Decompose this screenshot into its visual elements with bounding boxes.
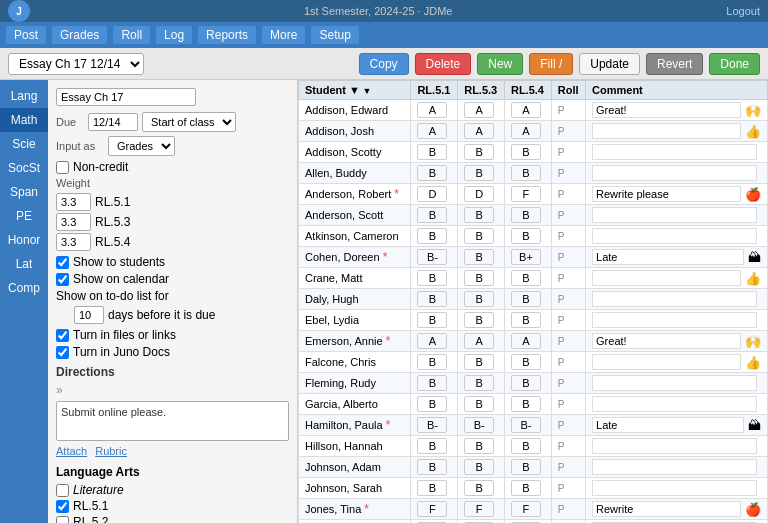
cell-rl54[interactable]	[504, 331, 551, 352]
cell-rl53[interactable]	[458, 310, 505, 331]
todo-days-input[interactable]	[74, 306, 104, 324]
cell-rl54[interactable]	[504, 121, 551, 142]
cell-rl54[interactable]	[504, 247, 551, 268]
cell-rl54[interactable]	[504, 184, 551, 205]
cell-rl51[interactable]	[411, 520, 458, 524]
comment-input[interactable]	[592, 291, 757, 307]
assignment-selector[interactable]: Essay Ch 17 12/14	[8, 53, 144, 75]
turn-files-checkbox[interactable]	[56, 329, 69, 342]
cell-rl54[interactable]	[504, 226, 551, 247]
la-rl52-checkbox[interactable]	[56, 516, 69, 524]
sidebar-item-honor[interactable]: Honor	[0, 228, 48, 252]
cell-rl51[interactable]	[411, 394, 458, 415]
cell-rl54[interactable]	[504, 289, 551, 310]
noncredit-checkbox[interactable]	[56, 161, 69, 174]
new-button[interactable]: New	[477, 53, 523, 75]
comment-input[interactable]	[592, 312, 757, 328]
comment-input[interactable]	[592, 102, 741, 118]
cell-rl53[interactable]	[458, 163, 505, 184]
cell-rl54[interactable]	[504, 436, 551, 457]
nav-setup[interactable]: Setup	[311, 26, 358, 44]
cell-rl54[interactable]	[504, 142, 551, 163]
cell-rl53[interactable]	[458, 499, 505, 520]
cell-rl53[interactable]	[458, 226, 505, 247]
sidebar-item-comp[interactable]: Comp	[0, 276, 48, 300]
cell-rl53[interactable]	[458, 205, 505, 226]
cell-rl54[interactable]	[504, 478, 551, 499]
update-button[interactable]: Update	[579, 53, 640, 75]
cell-rl53[interactable]	[458, 352, 505, 373]
rubric-link[interactable]: Rubric	[95, 445, 127, 457]
cell-rl53[interactable]	[458, 478, 505, 499]
cell-rl53[interactable]	[458, 289, 505, 310]
nav-grades[interactable]: Grades	[52, 26, 107, 44]
cell-rl54[interactable]	[504, 499, 551, 520]
cell-rl51[interactable]	[411, 163, 458, 184]
cell-rl54[interactable]	[504, 163, 551, 184]
cell-rl51[interactable]	[411, 205, 458, 226]
cell-rl53[interactable]	[458, 373, 505, 394]
cell-rl53[interactable]	[458, 142, 505, 163]
cell-rl54[interactable]	[504, 457, 551, 478]
comment-input[interactable]	[592, 186, 741, 202]
cell-rl54[interactable]	[504, 100, 551, 121]
show-calendar-checkbox[interactable]	[56, 273, 69, 286]
comment-input[interactable]	[592, 165, 757, 181]
comment-input[interactable]	[592, 396, 757, 412]
sidebar-item-span[interactable]: Span	[0, 180, 48, 204]
cell-rl51[interactable]	[411, 478, 458, 499]
cell-rl54[interactable]	[504, 520, 551, 524]
cell-rl54[interactable]	[504, 268, 551, 289]
sidebar-item-socst[interactable]: SocSt	[0, 156, 48, 180]
comment-input[interactable]	[592, 459, 757, 475]
input-as-select[interactable]: Grades	[108, 136, 175, 156]
comment-input[interactable]	[592, 480, 757, 496]
cell-rl53[interactable]	[458, 268, 505, 289]
cell-rl54[interactable]	[504, 415, 551, 436]
cell-rl54[interactable]	[504, 394, 551, 415]
comment-input[interactable]	[592, 207, 757, 223]
nav-post[interactable]: Post	[6, 26, 46, 44]
delete-button[interactable]: Delete	[415, 53, 472, 75]
cell-rl53[interactable]	[458, 394, 505, 415]
la-rl51-checkbox[interactable]	[56, 500, 69, 513]
cell-rl51[interactable]	[411, 100, 458, 121]
weight-input-2[interactable]	[56, 213, 91, 231]
cell-rl51[interactable]	[411, 331, 458, 352]
cell-rl51[interactable]	[411, 289, 458, 310]
attach-link[interactable]: Attach	[56, 445, 87, 457]
revert-button[interactable]: Revert	[646, 53, 703, 75]
cell-rl51[interactable]	[411, 499, 458, 520]
cell-rl54[interactable]	[504, 352, 551, 373]
cell-rl51[interactable]	[411, 457, 458, 478]
due-input[interactable]	[88, 113, 138, 131]
cell-rl53[interactable]	[458, 415, 505, 436]
cell-rl54[interactable]	[504, 310, 551, 331]
sidebar-item-scie[interactable]: Scie	[0, 132, 48, 156]
cell-rl53[interactable]	[458, 457, 505, 478]
cell-rl51[interactable]	[411, 184, 458, 205]
comment-input[interactable]	[592, 501, 741, 517]
comment-input[interactable]	[592, 228, 757, 244]
cell-rl51[interactable]	[411, 415, 458, 436]
la-literature-checkbox[interactable]	[56, 484, 69, 497]
cell-rl54[interactable]	[504, 373, 551, 394]
sidebar-item-math[interactable]: Math	[0, 108, 48, 132]
nav-log[interactable]: Log	[156, 26, 192, 44]
nav-reports[interactable]: Reports	[198, 26, 256, 44]
cell-rl51[interactable]	[411, 310, 458, 331]
directions-text[interactable]: Submit online please.	[56, 401, 289, 441]
cell-rl53[interactable]	[458, 436, 505, 457]
cell-rl51[interactable]	[411, 142, 458, 163]
comment-input[interactable]	[592, 249, 744, 265]
cell-rl51[interactable]	[411, 436, 458, 457]
nav-roll[interactable]: Roll	[113, 26, 150, 44]
cell-rl53[interactable]	[458, 520, 505, 524]
fill-button[interactable]: Fill /	[529, 53, 573, 75]
cell-rl53[interactable]	[458, 247, 505, 268]
cell-rl51[interactable]	[411, 121, 458, 142]
cell-rl53[interactable]	[458, 121, 505, 142]
comment-input[interactable]	[592, 438, 757, 454]
comment-input[interactable]	[592, 144, 757, 160]
start-of-class-select[interactable]: Start of class	[142, 112, 236, 132]
